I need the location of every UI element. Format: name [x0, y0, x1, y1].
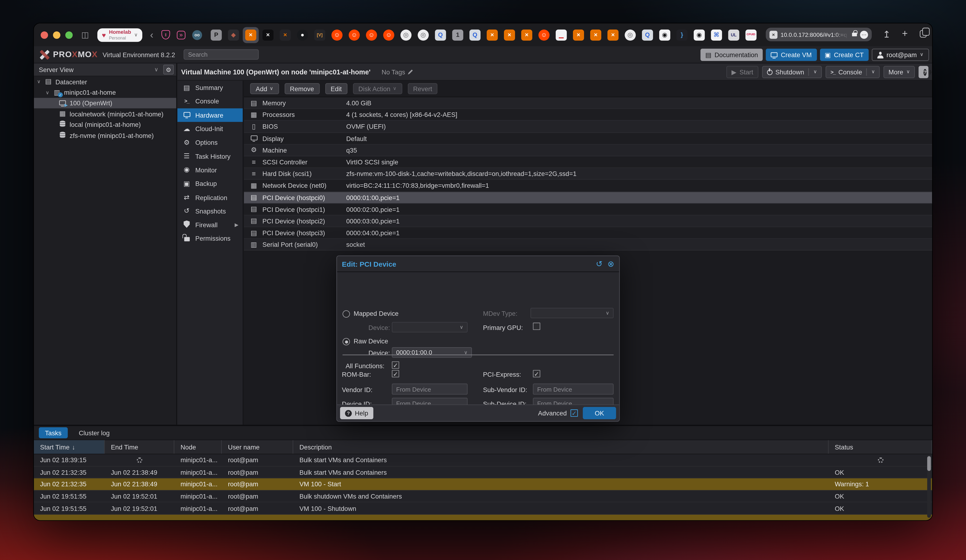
raw-device-radio[interactable]: [342, 338, 350, 345]
task-row[interactable]: Jun 02 21:32:35 Jun 02 21:38:49 minipc01…: [34, 478, 932, 491]
edit-button[interactable]: Edit: [325, 83, 347, 94]
tab-terminal-site[interactable]: ▁: [553, 27, 569, 43]
console-button[interactable]: >_Console ∨: [826, 66, 880, 78]
tab-reddit[interactable]: ☺: [329, 27, 345, 43]
vendor-id-input[interactable]: [392, 383, 468, 395]
hardware-row[interactable]: ≡Hard Disk (scsi1) zfs-nvme:vm-100-disk-…: [244, 168, 932, 180]
tab-proxmox[interactable]: ×: [605, 27, 621, 43]
tree-settings-button[interactable]: ⚙: [163, 65, 174, 75]
reset-icon[interactable]: ↺: [596, 260, 603, 268]
more-options-icon[interactable]: ⋯: [860, 31, 868, 39]
dialog-help-button[interactable]: ? Help: [340, 407, 373, 419]
private-window-icon[interactable]: oo: [192, 30, 202, 40]
tab-search[interactable]: Q: [432, 27, 449, 43]
tab-x-dark[interactable]: ×: [277, 27, 293, 43]
tab-v[interactable]: [V]: [312, 27, 328, 43]
tree-view-selector[interactable]: Server View ∨ ⚙: [34, 63, 176, 76]
tasks-tab-cluster-log[interactable]: Cluster log: [72, 427, 116, 438]
tree-item[interactable]: ▦localnetwork (minipc01-at-home): [34, 108, 176, 119]
tab-search[interactable]: Q: [639, 27, 656, 43]
tab-github[interactable]: ●: [294, 27, 310, 43]
close-icon[interactable]: ⊗: [608, 260, 614, 268]
shutdown-button[interactable]: Shutdown ∨: [762, 66, 822, 78]
tab-wifi[interactable]: ◉: [691, 27, 707, 43]
tab-proxmox[interactable]: ×: [501, 27, 518, 43]
tab-proxmox[interactable]: ×: [519, 27, 535, 43]
hardware-row[interactable]: ▦Processors 4 (1 sockets, 4 cores) [x86-…: [244, 109, 932, 121]
tab-one[interactable]: 1: [450, 27, 466, 43]
tree-item[interactable]: ∨▥✓minipc01-at-home: [34, 87, 176, 98]
pci-express-checkbox[interactable]: ✓: [533, 370, 540, 377]
tab-radial[interactable]: ◎: [622, 27, 638, 43]
tab-proxmox[interactable]: ×: [588, 27, 604, 43]
tab-reddit[interactable]: ☺: [363, 27, 380, 43]
vm-tags[interactable]: No Tags: [381, 68, 413, 75]
hardware-row[interactable]: ▥Serial Port (serial0) socket: [244, 239, 932, 251]
tasks-scrollbar[interactable]: [927, 455, 931, 518]
more-button[interactable]: More∨: [884, 66, 915, 78]
add-button[interactable]: Add∨: [250, 83, 279, 94]
nav-item-snapshots[interactable]: ↺Snapshots: [177, 204, 243, 218]
tab-dark-site[interactable]: ◆: [225, 27, 242, 43]
tab-p[interactable]: P: [208, 27, 224, 43]
rom-bar-checkbox[interactable]: ✓: [392, 370, 399, 377]
tree-item[interactable]: local (minipc01-at-home): [34, 119, 176, 130]
nav-item-permissions[interactable]: Permissions: [177, 232, 243, 246]
tasks-column-header[interactable]: User name: [222, 440, 293, 454]
close-window-button[interactable]: [41, 31, 48, 39]
nav-item-cloud-init[interactable]: ☁Cloud-Init: [177, 122, 243, 136]
tasks-column-header[interactable]: Start Time↓: [34, 440, 105, 454]
tasks-column-header[interactable]: End Time: [105, 440, 174, 454]
create-vm-button[interactable]: Create VM: [766, 49, 816, 61]
create-ct-button[interactable]: ▣ Create CT: [820, 49, 869, 61]
tab-search[interactable]: Q: [467, 27, 483, 43]
tree-item[interactable]: zfs-nvme (minipc01-at-home): [34, 130, 176, 141]
tab-radial[interactable]: ◎: [398, 27, 414, 43]
remove-button[interactable]: Remove: [284, 83, 320, 94]
browser-profile-button[interactable]: ♥ Homelab Personal ∨: [98, 28, 142, 42]
maximize-window-button[interactable]: [65, 31, 72, 39]
help-button[interactable]: ?Help: [918, 66, 928, 78]
nav-item-summary[interactable]: ▤Summary: [177, 80, 243, 94]
tab-proxmox[interactable]: ×: [484, 27, 500, 43]
primary-gpu-checkbox[interactable]: [533, 323, 540, 330]
scrollbar-thumb[interactable]: [927, 456, 931, 471]
task-row[interactable]: [34, 515, 932, 520]
nav-item-replication[interactable]: ⇄Replication: [177, 190, 243, 204]
tab-reddit[interactable]: ☺: [381, 27, 397, 43]
url-bar[interactable]: × 10.0.0.172:8006/#v1:0:=q ⋯: [766, 28, 872, 41]
tab-command[interactable]: ⌘: [708, 27, 724, 43]
new-tab-button[interactable]: +: [902, 29, 908, 39]
raw-device-select[interactable]: 0000:01:00.0 ∨: [392, 347, 472, 358]
tasks-column-header[interactable]: Node: [174, 440, 222, 454]
skip-extension-icon[interactable]: »: [177, 31, 185, 39]
tab-x-outline[interactable]: ×: [260, 27, 276, 43]
nav-item-console[interactable]: >_Console: [177, 95, 243, 108]
tab-reddit[interactable]: ☺: [536, 27, 552, 43]
hardware-row[interactable]: ▯BIOS OVMF (UEFI): [244, 121, 932, 133]
hardware-row[interactable]: ▤PCI Device (hostpci1) 0000:02:00,pcie=1: [244, 204, 932, 215]
tab-radial[interactable]: ◎: [415, 27, 431, 43]
tab-reddit[interactable]: ☺: [346, 27, 362, 43]
nav-item-hardware[interactable]: Hardware: [177, 108, 243, 122]
task-row[interactable]: Jun 02 19:51:55 Jun 02 19:52:01 minipc01…: [34, 491, 932, 503]
hardware-row[interactable]: ▤Memory 4.00 GiB: [244, 97, 932, 109]
hardware-row[interactable]: ▦Network Device (net0) virtio=BC:24:11:1…: [244, 180, 932, 192]
task-row[interactable]: Jun 02 19:51:55 Jun 02 19:52:01 minipc01…: [34, 503, 932, 515]
nav-item-backup[interactable]: ▣Backup: [177, 177, 243, 190]
hardware-row[interactable]: ⚙Machine q35: [244, 144, 932, 156]
tab-brace[interactable]: }: [674, 27, 690, 43]
tab-proxmox[interactable]: ×: [570, 27, 586, 43]
tab-cpuid[interactable]: CPUID: [743, 27, 759, 43]
sub-vendor-id-input[interactable]: [533, 383, 614, 395]
hardware-row[interactable]: ▤PCI Device (hostpci0) 0000:01:00,pcie=1: [244, 192, 932, 204]
tab-wifi[interactable]: ◉: [657, 27, 673, 43]
documentation-button[interactable]: ▤ Documentation: [700, 49, 763, 61]
expand-chevron-icon[interactable]: ∨: [45, 90, 50, 95]
all-functions-checkbox[interactable]: ✓: [392, 361, 399, 369]
tab-proxmox[interactable]: ×: [243, 27, 259, 43]
expand-chevron-icon[interactable]: ∨: [36, 79, 41, 84]
nav-item-task-history[interactable]: ☰Task History: [177, 149, 243, 163]
back-button[interactable]: ‹: [150, 30, 153, 40]
hardware-row[interactable]: Display Default: [244, 133, 932, 144]
